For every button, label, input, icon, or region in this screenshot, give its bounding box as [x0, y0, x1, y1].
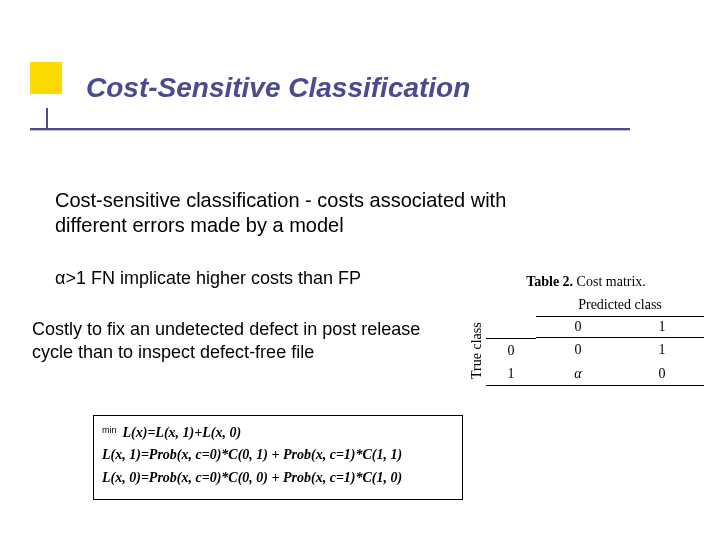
- title-rule-horizontal: [30, 128, 630, 131]
- equation-line-3: L(x, 0)=Prob(x, c=0)*C(0, 0) + Prob(x, c…: [102, 467, 454, 489]
- equation-1-text: L(x)=L(x, 1)+L(x, 0): [123, 425, 242, 440]
- body-paragraph-1: Cost-sensitive classification - costs as…: [55, 188, 515, 238]
- cm-cell-11: 0: [620, 362, 704, 386]
- equation-line-2: L(x, 1)=Prob(x, c=0)*C(0, 1) + Prob(x, c…: [102, 444, 454, 466]
- cm-row-0: 0: [486, 338, 536, 362]
- cost-matrix-caption-label: Table 2.: [526, 274, 573, 289]
- alpha-symbol: α: [55, 268, 65, 288]
- equation-line-1: minL(x)=L(x, 1)+L(x, 0): [102, 422, 454, 444]
- cm-col-1: 1: [620, 316, 704, 338]
- cm-row-1: 1: [486, 362, 536, 386]
- cm-corner-blank: [486, 316, 536, 338]
- title-area: Cost-Sensitive Classification: [30, 72, 470, 104]
- body-paragraph-3: Costly to fix an undetected defect in po…: [32, 318, 432, 363]
- cost-matrix: Table 2. Cost matrix. Predicted class Tr…: [468, 274, 704, 386]
- body-paragraph-2-text: >1 FN implicate higher costs than FP: [65, 268, 361, 288]
- cm-cell-10: α: [536, 362, 620, 386]
- slide: Cost-Sensitive Classification Cost-sensi…: [0, 0, 720, 540]
- slide-title: Cost-Sensitive Classification: [86, 72, 470, 104]
- predicted-class-header: Predicted class: [536, 294, 704, 316]
- true-class-header: True class: [468, 316, 486, 386]
- cm-cell-00: 0: [536, 338, 620, 362]
- cm-col-0: 0: [536, 316, 620, 338]
- cm-cell-01: 1: [620, 338, 704, 362]
- cost-matrix-caption-text: Cost matrix.: [573, 274, 646, 289]
- min-label: min: [102, 425, 117, 435]
- title-bullet-square: [30, 62, 62, 94]
- equation-box: minL(x)=L(x, 1)+L(x, 0) L(x, 1)=Prob(x, …: [93, 415, 463, 500]
- body-paragraph-2: α>1 FN implicate higher costs than FP: [55, 268, 361, 289]
- cost-matrix-grid: Predicted class True class 0 1 0 0 1 1 α…: [468, 294, 704, 386]
- cost-matrix-caption: Table 2. Cost matrix.: [468, 274, 704, 290]
- title-rule-vertical: [46, 108, 48, 128]
